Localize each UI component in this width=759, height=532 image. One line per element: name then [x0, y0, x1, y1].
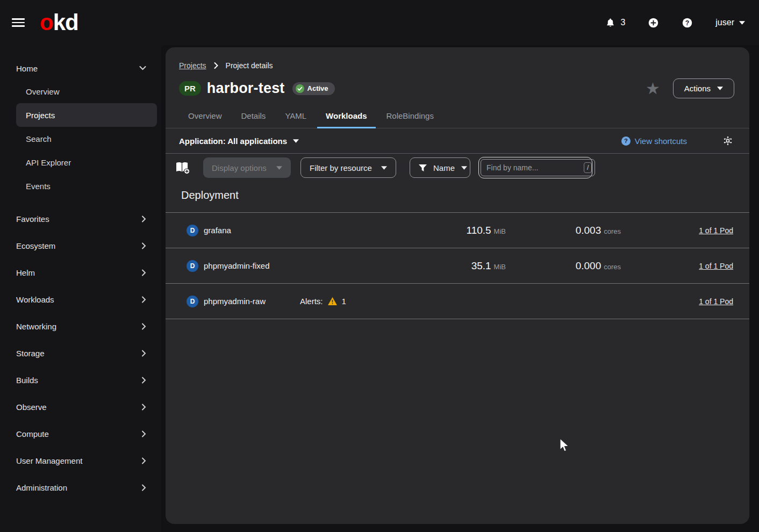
- sidebar-item-overview[interactable]: Overview: [16, 80, 157, 103]
- tab-workloads[interactable]: Workloads: [317, 111, 375, 128]
- svg-text:?: ?: [685, 19, 689, 26]
- memory-unit: MiB: [494, 263, 506, 271]
- question-circle-icon: ?: [682, 17, 693, 28]
- deployment-badge: D: [187, 296, 198, 307]
- caret-down-icon: [461, 166, 467, 170]
- breadcrumb-chevron-icon: [214, 62, 218, 69]
- chevron-right-icon: [142, 242, 146, 249]
- chevron-right-icon: [142, 215, 146, 222]
- application-filter-bar: Application: All applications ? View sho…: [166, 128, 749, 154]
- sidebar-item-projects[interactable]: Projects: [16, 103, 157, 127]
- quick-add-book-icon[interactable]: [175, 162, 194, 174]
- caret-down-icon: [293, 139, 299, 143]
- sidebar-item-user-management[interactable]: User Management: [0, 447, 161, 474]
- pods-link[interactable]: 1 of 1 Pod: [699, 262, 733, 270]
- sidebar-nav: Home Overview Projects Search API Explor…: [0, 45, 161, 532]
- notification-count: 3: [620, 18, 625, 27]
- tab-overview[interactable]: Overview: [180, 111, 231, 128]
- sidebar-item-favorites[interactable]: Favorites: [0, 205, 161, 232]
- resource-name-link[interactable]: phpmyadmin-fixed: [204, 261, 270, 270]
- pods-link[interactable]: 1 of 1 Pod: [699, 297, 733, 306]
- tab-yaml[interactable]: YAML: [276, 111, 315, 128]
- find-by-name-field: /: [478, 157, 592, 178]
- notifications-button[interactable]: 3: [605, 18, 625, 28]
- sidebar-item-home[interactable]: Home: [0, 57, 161, 80]
- display-options-dropdown[interactable]: Display options: [203, 157, 291, 178]
- application-filter-dropdown[interactable]: Application: All applications: [179, 136, 299, 146]
- chevron-right-icon: [142, 404, 146, 411]
- chevron-right-icon: [142, 457, 146, 464]
- topology-view-icon[interactable]: [722, 135, 733, 146]
- sidebar-item-networking[interactable]: Networking: [0, 313, 161, 340]
- alerts-label: Alerts:: [300, 297, 323, 306]
- table-row: D grafana 110.5MiB 0.003cores 1 of 1 Pod: [166, 213, 749, 248]
- sidebar-item-search[interactable]: Search: [16, 127, 157, 150]
- sidebar-item-api-explorer[interactable]: API Explorer: [16, 150, 157, 174]
- favorite-star-icon[interactable]: ★: [646, 81, 660, 97]
- deployment-badge: D: [187, 260, 198, 272]
- name-filter-dropdown[interactable]: Name: [410, 157, 470, 178]
- main-panel: Projects Project details PR harbor-test …: [166, 47, 749, 524]
- caret-down-icon: [717, 87, 723, 90]
- resource-name-link[interactable]: grafana: [204, 226, 231, 235]
- memory-unit: MiB: [494, 227, 506, 235]
- tab-rolebindings[interactable]: RoleBindings: [378, 111, 442, 128]
- slash-shortcut-hint: /: [584, 162, 592, 173]
- deployment-list: D grafana 110.5MiB 0.003cores 1 of 1 Pod…: [166, 212, 749, 319]
- add-button[interactable]: [648, 17, 659, 28]
- sidebar-item-workloads[interactable]: Workloads: [0, 286, 161, 313]
- filter-by-resource-dropdown[interactable]: Filter by resource: [300, 157, 396, 178]
- breadcrumb-projects-link[interactable]: Projects: [179, 61, 206, 70]
- memory-value: 110.5: [466, 225, 491, 236]
- breadcrumb: Projects Project details: [166, 47, 749, 70]
- sidebar-item-ecosystem[interactable]: Ecosystem: [0, 232, 161, 259]
- search-input[interactable]: [486, 163, 584, 172]
- breadcrumb-current: Project details: [226, 61, 273, 70]
- resource-name-link[interactable]: phpmyadmin-raw: [204, 297, 266, 306]
- table-row: D phpmyadmin-fixed 35.1MiB 0.000cores 1 …: [166, 248, 749, 284]
- status-badge: Active: [292, 82, 335, 95]
- plus-circle-icon: [648, 17, 659, 28]
- pods-link[interactable]: 1 of 1 Pod: [699, 226, 733, 235]
- workloads-toolbar: Display options Filter by resource Name …: [166, 154, 749, 182]
- table-row: D phpmyadmin-raw Alerts: 1 1 of 1 Pod: [166, 284, 749, 319]
- project-kind-badge: PR: [179, 81, 201, 96]
- sidebar-item-events[interactable]: Events: [16, 174, 157, 198]
- chevron-right-icon: [142, 430, 146, 437]
- view-shortcuts-link[interactable]: ? View shortcuts: [621, 136, 687, 146]
- sidebar-item-storage[interactable]: Storage: [0, 340, 161, 366]
- username: juser: [715, 18, 734, 27]
- chevron-right-icon: [142, 377, 146, 384]
- sidebar-item-observe[interactable]: Observe: [0, 393, 161, 420]
- warning-triangle-icon: [328, 297, 337, 305]
- chevron-right-icon: [142, 484, 146, 491]
- check-circle-icon: [296, 84, 304, 93]
- page-title: harbor-test: [207, 80, 285, 97]
- chevron-down-icon: [139, 66, 146, 70]
- cpu-unit: cores: [604, 263, 621, 271]
- cpu-unit: cores: [604, 227, 621, 235]
- help-button[interactable]: ?: [682, 17, 693, 28]
- sidebar-item-builds[interactable]: Builds: [0, 366, 161, 393]
- sidebar-item-administration[interactable]: Administration: [0, 474, 161, 501]
- sidebar-item-helm[interactable]: Helm: [0, 259, 161, 286]
- tab-bar: Overview Details YAML Workloads RoleBind…: [166, 111, 749, 128]
- deployment-section-title: Deployment: [166, 182, 749, 212]
- actions-button[interactable]: Actions: [673, 78, 734, 98]
- svg-text:?: ?: [624, 138, 628, 144]
- deployment-badge: D: [187, 225, 198, 236]
- sidebar-item-compute[interactable]: Compute: [0, 420, 161, 447]
- cpu-value: 0.000: [576, 260, 602, 271]
- help-circle-icon: ?: [621, 136, 631, 146]
- cpu-value: 0.003: [576, 225, 602, 236]
- caret-down-icon: [276, 166, 282, 170]
- chevron-right-icon: [142, 269, 146, 276]
- chevron-right-icon: [142, 350, 146, 357]
- tab-details[interactable]: Details: [233, 111, 275, 128]
- user-menu[interactable]: juser: [715, 18, 745, 27]
- alert-count[interactable]: 1: [342, 297, 346, 306]
- menu-toggle-icon[interactable]: [12, 16, 25, 29]
- chevron-right-icon: [142, 296, 146, 303]
- chevron-right-icon: [142, 323, 146, 330]
- masthead: okd 3 ? juser: [0, 0, 759, 45]
